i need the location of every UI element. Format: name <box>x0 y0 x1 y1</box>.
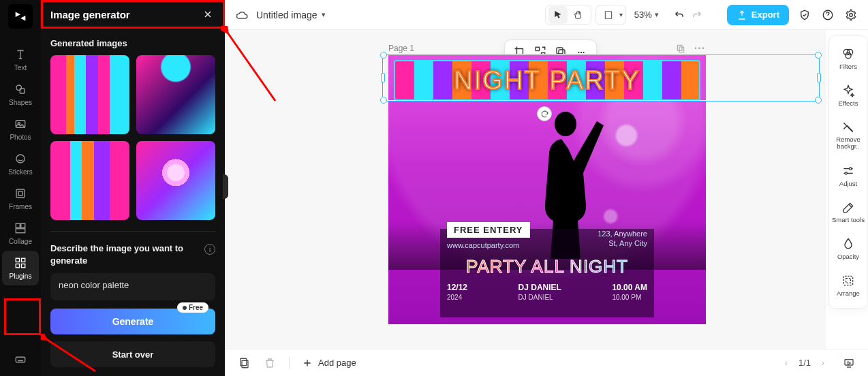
delete-page-icon[interactable] <box>263 356 277 370</box>
svg-rect-11 <box>22 258 25 262</box>
next-page[interactable]: › <box>818 358 828 369</box>
rail-stickers-label: Stickers <box>8 168 33 176</box>
rr-opacity[interactable]: Opacity <box>829 232 867 266</box>
svg-rect-33 <box>241 358 247 366</box>
canvas-area[interactable]: Page 1 ··· ··· NIGHT PARTY FREE ENTERY w… <box>225 30 826 349</box>
page-label: Page 1 <box>388 44 414 53</box>
close-panel-button[interactable] <box>200 7 215 22</box>
rr-removebg-label: Remove backgr.. <box>829 136 867 151</box>
add-page-button[interactable]: Add page <box>302 358 356 369</box>
free-entry-badge: FREE ENTERY <box>447 222 530 238</box>
help-icon[interactable] <box>820 7 835 22</box>
art-address: 123, Anywhere St, Any City <box>598 229 647 249</box>
settings-icon[interactable] <box>843 7 858 22</box>
sel-handle-e[interactable] <box>817 73 821 82</box>
svg-point-29 <box>850 168 852 170</box>
rail-plugins[interactable]: Plugins <box>2 251 39 285</box>
rail-frames[interactable]: Frames <box>2 181 39 216</box>
prev-page[interactable]: ‹ <box>781 358 792 369</box>
rr-filters[interactable]: Filters <box>829 42 867 76</box>
address-line-1: 123, Anywhere <box>598 229 647 238</box>
art-subtitle: PARTY ALL NIGHT <box>447 256 647 277</box>
frames-icon <box>14 187 27 200</box>
generated-thumbs <box>50 55 215 220</box>
hand-tool[interactable] <box>569 6 588 24</box>
shield-icon[interactable] <box>797 7 812 22</box>
panel-splitter[interactable] <box>223 174 228 199</box>
rr-smarttools-label: Smart tools <box>832 217 865 223</box>
generated-thumb-2[interactable] <box>136 55 215 134</box>
image-generator-panel: Image generator Generated images Describ… <box>41 0 225 376</box>
generated-thumb-1[interactable] <box>50 55 129 134</box>
rail-keyboard[interactable] <box>2 347 39 372</box>
generate-button[interactable]: Free Generate <box>50 309 215 334</box>
zoom-value: 53% <box>634 10 652 20</box>
undo-button[interactable] <box>671 7 687 23</box>
sel-handle-ne[interactable] <box>815 52 822 59</box>
rail-plugins-label: Plugins <box>10 272 32 280</box>
rr-arrange[interactable]: Arrange <box>829 268 867 302</box>
app-logo[interactable] <box>8 4 33 29</box>
pages-icon[interactable] <box>237 356 251 370</box>
art-info-row: 12/12 2024 DJ DANIEL DJ DANIEL 10.00 AM … <box>447 283 647 301</box>
more-page-icon[interactable]: ··· <box>694 42 706 54</box>
export-button[interactable]: Export <box>727 5 789 25</box>
artboard-size-segment[interactable]: ▾ <box>595 5 626 25</box>
generated-thumb-3[interactable] <box>50 141 129 220</box>
chevron-down-icon: ▾ <box>655 10 659 19</box>
document-name[interactable]: Untitled image ▾ <box>256 10 326 20</box>
svg-rect-32 <box>846 279 851 283</box>
svg-rect-9 <box>16 229 25 233</box>
rail-photos[interactable]: Photos <box>2 112 39 146</box>
prompt-input[interactable]: neon color palette <box>50 273 215 300</box>
redo-button[interactable] <box>689 7 705 23</box>
generated-thumb-4[interactable] <box>136 141 215 220</box>
design-canvas[interactable]: NIGHT PARTY FREE ENTERY www.capcutparty.… <box>388 54 706 324</box>
cloud-sync-icon[interactable] <box>234 7 249 22</box>
svg-rect-21 <box>679 47 684 52</box>
info-icon[interactable]: i <box>204 244 215 255</box>
sel-handle-se[interactable] <box>815 97 822 104</box>
rr-adjust-label: Adjust <box>839 180 857 187</box>
duplicate-page-icon[interactable] <box>675 42 687 54</box>
pointer-tool[interactable] <box>548 6 568 24</box>
panel-divider <box>50 231 215 232</box>
pointer-hand-segment <box>545 5 591 25</box>
svg-rect-12 <box>16 264 19 268</box>
add-page-label: Add page <box>318 358 356 368</box>
sel-handle-w[interactable] <box>381 73 385 82</box>
rr-removebg[interactable]: Remove backgr.. <box>829 115 867 156</box>
rr-arrange-label: Arrange <box>837 289 860 297</box>
svg-point-0 <box>16 85 22 91</box>
present-icon[interactable] <box>842 356 856 370</box>
selection-box[interactable] <box>383 54 819 101</box>
start-over-button[interactable]: Start over <box>50 341 215 367</box>
art-date-2: 2024 <box>447 294 467 301</box>
chevron-down-icon: ▾ <box>322 10 326 19</box>
sel-handle-nw[interactable] <box>380 52 387 59</box>
zoom-dropdown[interactable]: 53% ▾ <box>630 10 663 20</box>
panel-header: Image generator <box>41 0 225 29</box>
rail-shapes[interactable]: Shapes <box>2 77 39 112</box>
art-dj-2: DJ DANIEL <box>518 294 561 301</box>
rr-smarttools[interactable]: Smart tools <box>829 195 867 229</box>
rail-collage[interactable]: Collage <box>2 216 39 251</box>
art-time-1: 10.00 AM <box>612 283 647 292</box>
rail-collage-label: Collage <box>9 238 32 245</box>
sel-handle-sw[interactable] <box>380 97 387 104</box>
svg-rect-13 <box>22 264 25 268</box>
free-badge: Free <box>177 302 208 313</box>
rr-effects[interactable]: Effects <box>829 78 867 112</box>
artboard-icon <box>599 6 618 24</box>
rotate-handle[interactable] <box>537 106 552 121</box>
right-rail: Filters Effects Remove backgr.. Adjust S… <box>828 35 868 309</box>
svg-rect-22 <box>536 47 539 50</box>
svg-rect-25 <box>557 48 563 54</box>
rr-adjust[interactable]: Adjust <box>829 159 867 193</box>
svg-rect-31 <box>843 277 852 285</box>
rail-text[interactable]: Text <box>2 42 39 77</box>
panel-title: Image generator <box>50 9 130 20</box>
rail-stickers[interactable]: Stickers <box>2 146 39 181</box>
svg-rect-14 <box>16 357 25 362</box>
collage-icon <box>14 221 27 235</box>
